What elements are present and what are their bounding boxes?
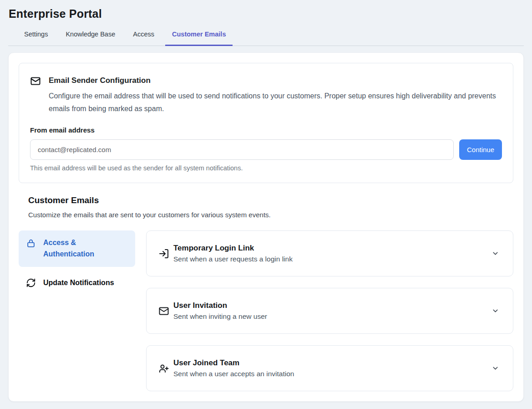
email-sender-configuration-card: Email Sender Configuration Configure the… [19, 63, 513, 183]
email-helper-text: This email address will be used as the s… [30, 164, 502, 172]
tab-customer-emails[interactable]: Customer Emails [165, 31, 233, 46]
refresh-icon [26, 278, 36, 288]
mail-icon [158, 306, 169, 317]
email-row-title: User Joined Team [173, 358, 491, 368]
email-row-title: Temporary Login Link [173, 244, 491, 253]
lock-icon [26, 238, 36, 248]
sidebar-item-access-authentication[interactable]: Access & Authentication [19, 230, 135, 267]
sidebar-item-label: Update Notifications [43, 278, 114, 287]
email-row-subtitle: Sent when a user requests a login link [173, 255, 491, 263]
customer-emails-panel: Email Sender Configuration Configure the… [8, 52, 524, 402]
sidebar-item-label: Access & Authentication [43, 237, 128, 260]
email-row-temporary-login-link[interactable]: Temporary Login Link Sent when a user re… [146, 230, 513, 276]
user-plus-icon [158, 363, 169, 374]
customer-emails-subtitle: Customize the emails that are sent to yo… [28, 211, 513, 219]
email-template-list: Temporary Login Link Sent when a user re… [146, 230, 513, 391]
tab-bar: Settings Knowledge Base Access Customer … [8, 31, 524, 46]
email-category-sidebar: Access & Authentication Update Notificat… [19, 230, 135, 391]
tab-access[interactable]: Access [126, 31, 161, 46]
from-email-label: From email address [30, 126, 502, 134]
continue-button[interactable]: Continue [459, 139, 502, 160]
email-row-subtitle: Sent when a user accepts an invitation [173, 370, 491, 378]
log-in-icon [158, 248, 169, 259]
page-header: Enterprise Portal [0, 0, 532, 20]
chevron-down-icon[interactable] [491, 307, 499, 315]
sidebar-item-update-notifications[interactable]: Update Notifications [19, 273, 135, 293]
tab-settings[interactable]: Settings [17, 31, 55, 46]
email-row-user-invitation[interactable]: User Invitation Sent when inviting a new… [146, 288, 513, 334]
from-email-input[interactable] [30, 139, 454, 160]
mail-icon [30, 76, 41, 87]
email-row-user-joined-team[interactable]: User Joined Team Sent when a user accept… [146, 345, 513, 391]
chevron-down-icon[interactable] [491, 364, 499, 372]
tab-knowledge-base[interactable]: Knowledge Base [59, 31, 122, 46]
email-row-subtitle: Sent when inviting a new user [173, 312, 491, 321]
customer-emails-title: Customer Emails [28, 195, 513, 205]
email-row-title: User Invitation [173, 301, 491, 310]
email-card-description: Configure the email address that will be… [49, 90, 497, 115]
email-card-title: Email Sender Configuration [49, 75, 151, 85]
chevron-down-icon[interactable] [491, 250, 499, 257]
page-title: Enterprise Portal [9, 7, 524, 20]
